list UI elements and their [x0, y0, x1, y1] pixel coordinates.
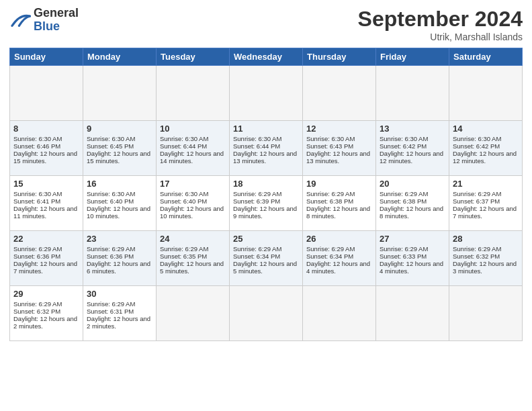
sunrise-text: Sunrise: 6:29 AM [233, 245, 299, 253]
sunrise-text: Sunrise: 6:29 AM [160, 245, 226, 253]
calendar-cell: 19Sunrise: 6:29 AMSunset: 6:38 PMDayligh… [303, 176, 376, 231]
calendar-cell [376, 66, 449, 121]
calendar-cell [10, 66, 83, 121]
calendar-cell: 15Sunrise: 6:30 AMSunset: 6:41 PMDayligh… [10, 176, 83, 231]
calendar-header-row: Sunday Monday Tuesday Wednesday Thursday… [10, 48, 523, 66]
day-number: 14 [453, 124, 519, 134]
sunrise-text: Sunrise: 6:30 AM [87, 190, 152, 197]
sunset-text: Sunset: 6:45 PM [87, 142, 152, 150]
col-saturday: Saturday [449, 48, 523, 66]
day-number: 26 [306, 234, 372, 244]
sunset-text: Sunset: 6:32 PM [453, 253, 519, 260]
sunrise-text: Sunrise: 6:29 AM [233, 190, 299, 197]
calendar-cell: 8Sunrise: 6:30 AMSunset: 6:46 PMDaylight… [10, 121, 83, 176]
daylight-text: Daylight: 12 hours and 15 minutes. [87, 150, 152, 165]
calendar-cell: 14Sunrise: 6:30 AMSunset: 6:42 PMDayligh… [449, 121, 523, 176]
daylight-text: Daylight: 12 hours and 15 minutes. [13, 150, 79, 165]
sunset-text: Sunset: 6:46 PM [13, 142, 79, 150]
sunset-text: Sunset: 6:38 PM [380, 197, 445, 205]
daylight-text: Daylight: 12 hours and 12 minutes. [453, 150, 519, 165]
col-wednesday: Wednesday [230, 48, 303, 66]
day-number: 28 [453, 234, 519, 244]
sunrise-text: Sunrise: 6:29 AM [306, 245, 372, 253]
sunset-text: Sunset: 6:35 PM [160, 253, 226, 260]
sunset-text: Sunset: 6:42 PM [380, 142, 445, 150]
week-row: 22Sunrise: 6:29 AMSunset: 6:36 PMDayligh… [10, 231, 523, 286]
sunrise-text: Sunrise: 6:30 AM [306, 135, 372, 142]
logo-text: General Blue [34, 7, 79, 34]
daylight-text: Daylight: 12 hours and 4 minutes. [380, 260, 445, 275]
col-monday: Monday [83, 48, 157, 66]
calendar-cell: 12Sunrise: 6:30 AMSunset: 6:43 PMDayligh… [303, 121, 376, 176]
sunset-text: Sunset: 6:44 PM [160, 142, 226, 150]
sunset-text: Sunset: 6:41 PM [13, 197, 79, 205]
calendar-cell [376, 286, 449, 341]
sunset-text: Sunset: 6:42 PM [453, 142, 519, 150]
calendar-cell: 22Sunrise: 6:29 AMSunset: 6:36 PMDayligh… [10, 231, 83, 286]
sunset-text: Sunset: 6:33 PM [380, 253, 445, 260]
calendar-cell [230, 286, 303, 341]
sunset-text: Sunset: 6:44 PM [233, 142, 299, 150]
sunrise-text: Sunrise: 6:30 AM [160, 190, 226, 197]
day-number: 8 [13, 124, 79, 134]
day-number: 30 [87, 289, 152, 299]
calendar-cell: 24Sunrise: 6:29 AMSunset: 6:35 PMDayligh… [157, 231, 230, 286]
location: Utrik, Marshall Islands [358, 32, 523, 42]
daylight-text: Daylight: 12 hours and 10 minutes. [87, 205, 152, 220]
daylight-text: Daylight: 12 hours and 4 minutes. [306, 260, 372, 275]
day-number: 19 [306, 179, 372, 189]
daylight-text: Daylight: 12 hours and 2 minutes. [13, 315, 79, 330]
calendar-cell [230, 66, 303, 121]
daylight-text: Daylight: 12 hours and 5 minutes. [160, 260, 226, 275]
week-row [10, 66, 523, 121]
calendar-cell: 26Sunrise: 6:29 AMSunset: 6:34 PMDayligh… [303, 231, 376, 286]
day-number: 21 [453, 179, 519, 189]
day-number: 9 [87, 124, 152, 134]
logo-blue: Blue [34, 20, 79, 34]
calendar-cell [303, 286, 376, 341]
calendar-cell: 9Sunrise: 6:30 AMSunset: 6:45 PMDaylight… [83, 121, 157, 176]
daylight-text: Daylight: 12 hours and 5 minutes. [233, 260, 299, 275]
calendar-cell [157, 286, 230, 341]
sunset-text: Sunset: 6:32 PM [13, 308, 79, 315]
calendar-cell: 30Sunrise: 6:29 AMSunset: 6:31 PMDayligh… [83, 286, 157, 341]
sunrise-text: Sunrise: 6:29 AM [453, 190, 519, 197]
daylight-text: Daylight: 12 hours and 2 minutes. [87, 315, 152, 330]
daylight-text: Daylight: 12 hours and 11 minutes. [13, 205, 79, 220]
day-number: 22 [13, 234, 79, 244]
sunrise-text: Sunrise: 6:29 AM [380, 245, 445, 253]
day-number: 15 [13, 179, 79, 189]
sunrise-text: Sunrise: 6:29 AM [87, 245, 152, 253]
sunset-text: Sunset: 6:43 PM [306, 142, 372, 150]
week-row: 29Sunrise: 6:29 AMSunset: 6:32 PMDayligh… [10, 286, 523, 341]
week-row: 8Sunrise: 6:30 AMSunset: 6:46 PMDaylight… [10, 121, 523, 176]
logo-general: General [34, 7, 79, 20]
daylight-text: Daylight: 12 hours and 8 minutes. [380, 205, 445, 220]
daylight-text: Daylight: 12 hours and 12 minutes. [380, 150, 445, 165]
daylight-text: Daylight: 12 hours and 6 minutes. [87, 260, 152, 275]
calendar-cell: 23Sunrise: 6:29 AMSunset: 6:36 PMDayligh… [83, 231, 157, 286]
sunset-text: Sunset: 6:34 PM [233, 253, 299, 260]
daylight-text: Daylight: 12 hours and 14 minutes. [160, 150, 226, 165]
sunset-text: Sunset: 6:34 PM [306, 253, 372, 260]
daylight-text: Daylight: 12 hours and 13 minutes. [306, 150, 372, 165]
sunrise-text: Sunrise: 6:29 AM [13, 245, 79, 253]
day-number: 25 [233, 234, 299, 244]
calendar-cell: 25Sunrise: 6:29 AMSunset: 6:34 PMDayligh… [230, 231, 303, 286]
week-row: 15Sunrise: 6:30 AMSunset: 6:41 PMDayligh… [10, 176, 523, 231]
day-number: 24 [160, 234, 226, 244]
sunset-text: Sunset: 6:31 PM [87, 308, 152, 315]
calendar-table: Sunday Monday Tuesday Wednesday Thursday… [9, 48, 523, 341]
col-sunday: Sunday [10, 48, 83, 66]
title-area: September 2024 Utrik, Marshall Islands [358, 7, 523, 42]
calendar-cell: 29Sunrise: 6:29 AMSunset: 6:32 PMDayligh… [10, 286, 83, 341]
day-number: 10 [160, 124, 226, 134]
sunrise-text: Sunrise: 6:29 AM [306, 190, 372, 197]
daylight-text: Daylight: 12 hours and 7 minutes. [13, 260, 79, 275]
day-number: 27 [380, 234, 445, 244]
day-number: 20 [380, 179, 445, 189]
sunrise-text: Sunrise: 6:30 AM [13, 190, 79, 197]
sunset-text: Sunset: 6:38 PM [306, 197, 372, 205]
col-thursday: Thursday [303, 48, 376, 66]
calendar-cell: 18Sunrise: 6:29 AMSunset: 6:39 PMDayligh… [230, 176, 303, 231]
